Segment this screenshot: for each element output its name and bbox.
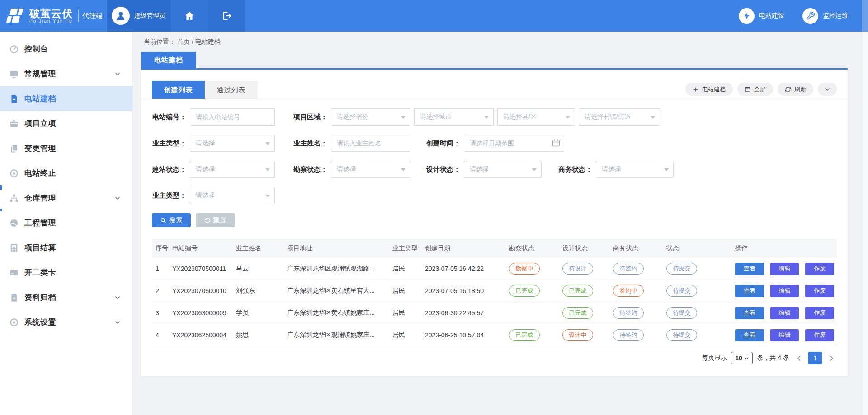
tab-passed-list[interactable]: 通过列表 <box>205 81 258 99</box>
caret-down-icon <box>651 116 655 119</box>
station-code-label: 电站编号： <box>152 113 186 121</box>
sidebar-item-data-archive[interactable]: 资料归档 <box>0 285 132 310</box>
next-page-button[interactable] <box>826 352 837 364</box>
cell-owner: 刘强东 <box>236 287 287 295</box>
business-status-badge: 待签约 <box>613 263 644 275</box>
void-button[interactable]: 作废 <box>805 263 834 275</box>
edit-button[interactable]: 编辑 <box>770 307 799 319</box>
logout-button[interactable] <box>208 0 245 32</box>
survey-status-select[interactable]: 请选择 <box>331 161 410 178</box>
user-menu[interactable]: 超级管理员 <box>107 0 171 32</box>
view-button[interactable]: 查看 <box>735 329 764 341</box>
search-icon <box>160 217 166 224</box>
create-time-range[interactable] <box>464 135 564 152</box>
sidebar-item-station-archive[interactable]: 电站建档 <box>0 86 132 111</box>
filter-form: 电站编号： 项目区域： 请选择省份 请选择城市 请选择县/区 请选择村镇/街道 … <box>141 99 848 204</box>
logout-icon <box>222 10 232 21</box>
edit-button[interactable]: 编辑 <box>770 285 799 297</box>
page-number-1[interactable]: 1 <box>808 352 822 364</box>
station-code-input[interactable] <box>190 108 275 126</box>
table-row: 4 YX2023062500004 姚思 广东深圳龙华区观澜镇姚家庄... 居民… <box>152 324 837 346</box>
sidebar-item-project-settlement[interactable]: 项目结算 <box>0 235 132 260</box>
design-status-badge: 已完成 <box>562 307 593 319</box>
station-archive-card: 创建列表 通过列表 电站建档 全屏 刷新 <box>141 68 848 376</box>
business-status-badge: 待签约 <box>613 307 644 319</box>
station-table: 序号 电站编号 业主姓名 项目地址 业主类型 创建日期 勘察状态 设计状态 商务… <box>152 239 837 346</box>
business-status-select[interactable]: 请选择 <box>596 161 674 178</box>
tab-create-list[interactable]: 创建列表 <box>152 81 205 99</box>
document-icon <box>9 94 19 104</box>
owner-type2-select[interactable]: 请选择 <box>190 187 275 204</box>
cell-no: 2 <box>152 287 172 294</box>
sidebar-item-system-settings[interactable]: 系统设置 <box>0 310 132 335</box>
caret-down-icon <box>265 142 270 145</box>
void-button[interactable]: 作废 <box>805 329 834 341</box>
caret-down-icon <box>401 168 406 171</box>
collapse-button[interactable] <box>818 83 837 96</box>
caret-down-icon <box>265 195 270 197</box>
brand-logo-icon <box>6 8 26 24</box>
avatar[interactable] <box>112 7 130 25</box>
owner-name-label: 业主姓名： <box>293 139 327 148</box>
chevron-down-icon <box>114 319 121 326</box>
caret-down-icon <box>401 116 406 119</box>
sidebar-item-engineering-mgmt[interactable]: 工程管理 <box>0 210 132 235</box>
sidebar-item-station-termination[interactable]: 电站终止 <box>0 161 132 186</box>
void-button[interactable]: 作废 <box>805 307 834 319</box>
design-status-badge: 待设计 <box>562 263 593 275</box>
sidebar-scroll-mark <box>0 185 2 190</box>
cell-create-date: 2023-07-05 16:18:50 <box>425 287 509 294</box>
edit-button[interactable]: 编辑 <box>770 263 799 275</box>
cell-owner: 马云 <box>236 265 287 273</box>
province-select[interactable]: 请选择省份 <box>331 108 410 126</box>
chevron-down-icon <box>824 86 830 93</box>
county-select[interactable]: 请选择县/区 <box>497 108 575 126</box>
cell-station-code: YX2023070500010 <box>172 287 236 294</box>
cell-owner-type: 居民 <box>392 265 425 273</box>
void-button[interactable]: 作废 <box>805 285 834 297</box>
caret-down-icon <box>566 116 570 119</box>
date-range-input[interactable] <box>464 135 564 152</box>
nav-station-construction[interactable]: 电站建设 <box>739 8 784 24</box>
brand-divider <box>78 10 79 22</box>
breadcrumb-path[interactable]: 首页 / 电站建档 <box>177 38 221 46</box>
home-icon <box>184 10 195 21</box>
sidebar-item-change-mgmt[interactable]: 变更管理 <box>0 136 132 161</box>
reset-button[interactable]: 重置 <box>196 213 235 227</box>
breadcrumb-label: 当前位置： <box>144 38 175 46</box>
sidebar-item-class2-card[interactable]: 开二类卡 <box>0 260 132 285</box>
sidebar-item-console[interactable]: 控制台 <box>0 37 132 61</box>
per-page-label: 每页显示 <box>702 354 727 362</box>
view-button[interactable]: 查看 <box>735 263 764 275</box>
survey-status-badge: 已完成 <box>509 329 540 341</box>
owner-name-input[interactable] <box>331 135 410 152</box>
fullscreen-button[interactable]: 全屏 <box>737 83 773 96</box>
build-status-select[interactable]: 请选择 <box>190 161 275 178</box>
sidebar-item-general-mgmt[interactable]: 常规管理 <box>0 61 132 86</box>
search-button[interactable]: 搜索 <box>152 213 191 227</box>
cell-address: 广东深圳龙华区观澜镇观湖路... <box>287 265 392 273</box>
caret-down-icon <box>664 168 669 171</box>
cell-station-code: YX2023062500004 <box>172 331 236 339</box>
sidebar-item-project-initiation[interactable]: 项目立项 <box>0 111 132 136</box>
view-button[interactable]: 查看 <box>735 307 764 319</box>
chevron-down-icon <box>114 71 121 77</box>
design-status-badge: 已完成 <box>562 285 593 297</box>
design-status-select[interactable]: 请选择 <box>464 161 542 178</box>
monitor-icon <box>9 69 19 79</box>
create-station-button[interactable]: 电站建档 <box>685 83 733 96</box>
owner-type-select[interactable]: 请选择 <box>190 135 275 152</box>
refresh-button[interactable]: 刷新 <box>778 83 813 96</box>
per-page-select[interactable]: 10 <box>731 352 753 364</box>
page-tab-station-archive[interactable]: 电站建档 <box>141 52 196 68</box>
town-select[interactable]: 请选择村镇/街道 <box>579 108 660 126</box>
edit-button[interactable]: 编辑 <box>770 329 799 341</box>
home-button[interactable] <box>171 0 208 32</box>
sidebar-item-warehouse-mgmt[interactable]: 仓库管理 <box>0 186 132 210</box>
view-button[interactable]: 查看 <box>735 285 764 297</box>
prev-page-button[interactable] <box>793 352 804 364</box>
nav-monitor-ops[interactable]: 监控运维 <box>802 8 848 24</box>
city-select[interactable]: 请选择城市 <box>414 108 494 126</box>
scrollbar-track[interactable] <box>862 32 868 415</box>
cell-address: 广东深圳龙华区黄石镇星官大... <box>287 287 392 295</box>
